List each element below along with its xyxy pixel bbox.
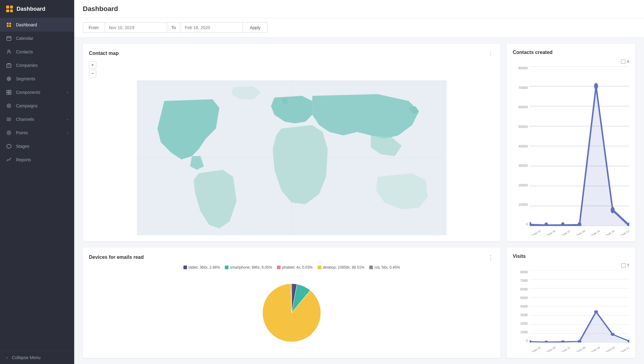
chart-dot-5 bbox=[611, 333, 615, 336]
sidebar-item-calendar[interactable]: Calendar bbox=[0, 32, 74, 45]
x-label: Week 48 bbox=[575, 229, 586, 235]
x-label: Week 50 bbox=[604, 346, 615, 352]
collapse-menu-button[interactable]: ‹ Collapse Menu bbox=[0, 351, 74, 364]
sidebar-item-label-channels: Channels bbox=[16, 117, 34, 122]
x-label: Week 48 bbox=[575, 346, 586, 352]
companies-icon bbox=[6, 63, 12, 68]
chart-dot-5 bbox=[611, 207, 615, 213]
sidebar-item-reports[interactable]: Reports bbox=[0, 153, 74, 167]
contacts-y-axis: 8000070000600005000040000300002000010000… bbox=[513, 66, 530, 226]
y-label: 5000 bbox=[520, 296, 528, 300]
y-label: 20000 bbox=[518, 183, 528, 187]
contacts-legend-item: A bbox=[621, 59, 629, 64]
visits-legend-box bbox=[621, 263, 626, 268]
from-date-input[interactable] bbox=[104, 22, 167, 33]
y-label: 60000 bbox=[518, 105, 528, 109]
points-icon bbox=[6, 130, 12, 136]
contacts-chart-legend: A bbox=[513, 59, 629, 64]
chevron-icon: › bbox=[67, 90, 68, 94]
sidebar-item-label-reports: Reports bbox=[16, 157, 31, 162]
sidebar-item-companies[interactable]: Companies bbox=[0, 59, 74, 72]
contact-map-menu[interactable]: ⋮ bbox=[488, 50, 494, 57]
y-label: 80000 bbox=[518, 66, 528, 70]
dashboard-icon bbox=[6, 22, 12, 28]
devices-title: Devices for emails read bbox=[89, 255, 144, 260]
sidebar-item-label-segments: Segments bbox=[16, 76, 35, 81]
sidebar-item-dashboard[interactable]: Dashboard bbox=[0, 18, 74, 32]
page-header: Dashboard bbox=[74, 0, 644, 18]
sidebar-item-channels[interactable]: Channels› bbox=[0, 113, 74, 126]
sidebar-item-stages[interactable]: Stages bbox=[0, 140, 74, 153]
chart-dot-4 bbox=[594, 310, 598, 313]
visits-y-axis: 800070006000500040003000200010000 bbox=[513, 270, 530, 343]
visits-chart-legend: T bbox=[513, 263, 629, 268]
world-map-svg bbox=[89, 80, 494, 235]
sidebar-item-points[interactable]: Points› bbox=[0, 126, 74, 140]
contacts-legend-label: A bbox=[627, 59, 629, 64]
sidebar-item-contacts[interactable]: Contacts bbox=[0, 45, 74, 59]
visits-legend-item: T bbox=[621, 263, 629, 268]
zoom-out-button[interactable]: − bbox=[89, 70, 96, 77]
map-controls: + − bbox=[89, 61, 494, 77]
legend-color-0 bbox=[183, 266, 187, 269]
y-label: 7000 bbox=[520, 279, 528, 282]
zoom-in-button[interactable]: + bbox=[89, 61, 96, 69]
devices-header: Devices for emails read ⋮ bbox=[89, 254, 494, 261]
visits-card: Visits T 8000700060005000400030002000100… bbox=[507, 247, 635, 358]
calendar-icon bbox=[6, 36, 12, 41]
legend-label-1: smartphone; 996x, 8.05% bbox=[230, 265, 272, 270]
x-label: Week 45 bbox=[530, 229, 541, 235]
chevron-icon: › bbox=[67, 131, 68, 135]
filter-bar: From To Apply bbox=[74, 18, 644, 37]
svg-rect-18 bbox=[7, 93, 9, 94]
y-label: 0 bbox=[526, 222, 528, 226]
sidebar-item-label-calendar: Calendar bbox=[16, 36, 33, 41]
svg-rect-16 bbox=[7, 90, 9, 92]
x-label: Week 46 bbox=[545, 346, 556, 352]
contacts-x-axis: Week 45Week 46Week 47Week 48Week 49Week … bbox=[530, 226, 629, 235]
contacts-created-header: Contacts created bbox=[513, 50, 629, 55]
chart-area-fill bbox=[530, 86, 629, 226]
sidebar-item-label-components: Components bbox=[16, 90, 40, 95]
x-label: Week 47 bbox=[560, 346, 571, 352]
chart-dot-0 bbox=[530, 222, 532, 226]
to-label: To bbox=[167, 22, 180, 33]
legend-item-0: tablet; 366x, 2.96% bbox=[183, 265, 220, 270]
sidebar-item-label-stages: Stages bbox=[16, 144, 29, 149]
y-label: 10000 bbox=[518, 203, 528, 206]
svg-point-15 bbox=[9, 79, 9, 79]
legend-label-3: desktop; 10958x, 88.51% bbox=[323, 265, 364, 270]
logo-icon bbox=[6, 6, 13, 12]
visits-legend-label: T bbox=[627, 263, 629, 268]
stages-icon bbox=[6, 144, 12, 149]
legend-color-3 bbox=[318, 266, 321, 269]
y-label: 0 bbox=[526, 339, 528, 343]
sidebar-item-components[interactable]: Components› bbox=[0, 86, 74, 99]
y-label: 40000 bbox=[518, 144, 528, 148]
sidebar-item-segments[interactable]: Segments bbox=[0, 72, 74, 86]
nav-list: DashboardCalendarContactsCompaniesSegmen… bbox=[0, 18, 74, 167]
sidebar-item-campaigns[interactable]: Campaigns bbox=[0, 99, 74, 113]
components-icon bbox=[6, 90, 12, 95]
collapse-icon: ‹ bbox=[6, 355, 8, 360]
to-date-input[interactable] bbox=[180, 22, 243, 33]
visits-chart-area: 800070006000500040003000200010000 Week 4… bbox=[513, 270, 629, 352]
chart-dot-1 bbox=[544, 222, 548, 226]
y-label: 6000 bbox=[520, 287, 528, 291]
sidebar-logo: Dashboard bbox=[0, 0, 74, 18]
chart-dot-2 bbox=[561, 222, 565, 226]
y-label: 1000 bbox=[520, 330, 528, 334]
content-grid: Contact map ⋮ + − bbox=[74, 37, 644, 364]
apply-button[interactable]: Apply bbox=[243, 22, 267, 33]
contacts-created-title: Contacts created bbox=[513, 50, 553, 55]
x-label: Week 47 bbox=[560, 229, 571, 235]
channels-icon bbox=[6, 117, 12, 122]
devices-menu[interactable]: ⋮ bbox=[488, 254, 494, 261]
pie-container bbox=[89, 274, 494, 352]
x-label: Week 49 bbox=[589, 346, 600, 352]
contacts-chart-area: 8000070000600005000040000300002000010000… bbox=[513, 66, 629, 235]
sidebar: Dashboard DashboardCalendarContactsCompa… bbox=[0, 0, 74, 364]
chart-dot-2 bbox=[561, 340, 565, 343]
legend-item-3: desktop; 10958x, 88.51% bbox=[318, 265, 364, 270]
chart-dot-4 bbox=[594, 83, 598, 90]
